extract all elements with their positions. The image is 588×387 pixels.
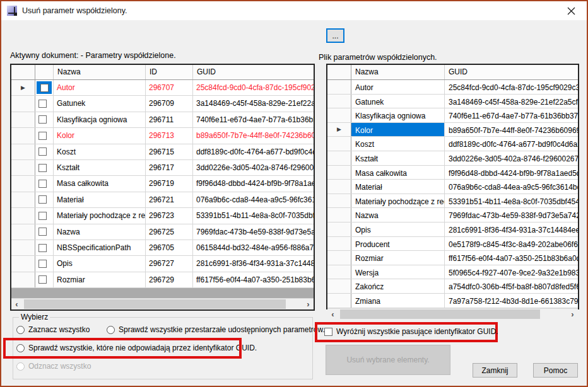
cell-guid: 7a97a758-f212-4b3d-8d1e-661383c79e4d	[445, 294, 578, 308]
left-header-rowheader	[11, 65, 35, 79]
table-row[interactable]: Zmiana7a97a758-f212-4b3d-8d1e-661383c79e…	[327, 294, 578, 308]
row-header-cell	[327, 294, 351, 308]
scroll-right-icon[interactable]: ›	[567, 309, 578, 320]
table-row[interactable]: Koszt296715ddf8189c-d0fc-4764-a677-bd9f0…	[11, 144, 314, 160]
row-checkbox[interactable]	[38, 244, 47, 252]
row-checkbox[interactable]	[38, 228, 47, 236]
row-header-cell	[11, 112, 35, 127]
row-checkbox[interactable]	[38, 100, 47, 108]
table-row[interactable]: NBSSpecificationPath2967050615844d-bd32-…	[11, 240, 314, 256]
table-row[interactable]: Zakończa754dfc0-306b-4f5f-ba8f-b807d8fed…	[327, 279, 578, 294]
browse-file-button[interactable]: ...	[326, 28, 344, 43]
table-row[interactable]: Producent0e5178f9-c845-4f3c-8a49-202abe0…	[327, 237, 578, 251]
row-checkbox[interactable]	[38, 164, 47, 172]
scrollbar-thumb[interactable]	[340, 309, 540, 319]
table-row[interactable]: Opis296727281c6991-8f36-4f34-931a-37c144…	[11, 256, 314, 272]
cell-name: Masa całkowita	[54, 176, 146, 191]
cell-guid: 740f6e11-e67d-4ae7-b77a-61b36bb37...	[193, 112, 314, 127]
highlight-guid-checkbox-label: Wyróżnij wszystkie pasujące identyfikato…	[336, 327, 498, 336]
left-grid-hscrollbar[interactable]: ‹ ›	[11, 298, 314, 309]
row-checkbox[interactable]	[38, 212, 47, 220]
row-header-cell	[327, 251, 351, 265]
table-row[interactable]: Gatunek2967093a148469-c45f-458a-829e-21e…	[11, 96, 314, 112]
cell-id: 296715	[146, 144, 193, 159]
highlight-guid-checkbox[interactable]	[324, 328, 332, 336]
left-header-id[interactable]: ID	[146, 65, 193, 79]
table-row[interactable]: ▶Kolorb89a650f-7b7e-44ff-8e0f-74236b6096…	[327, 123, 578, 137]
scroll-left-icon[interactable]: ‹	[327, 309, 338, 320]
checkbox-cell	[35, 192, 54, 207]
cell-name: NBSSpecificationPath	[54, 240, 146, 255]
table-row[interactable]: Autor25c84fcd-9cd0-4cfa-87dc-195cf9029c3…	[327, 80, 578, 95]
table-row[interactable]: Gatunek3a148469-c45f-458a-829e-21ef22a5c…	[327, 95, 578, 109]
row-checkbox[interactable]	[38, 180, 47, 188]
table-row[interactable]: Rozmiar296729ff617f56-e0f4-4a07-a350-251…	[11, 272, 314, 288]
table-row[interactable]: Kształt3dd0226e-3d05-402a-8746-f29600267…	[327, 151, 578, 166]
table-row[interactable]: Kształt2967173dd0226e-3d05-402a-8746-f29…	[11, 160, 314, 176]
table-row[interactable]: ▶Autor29670725c84fcd-9cd0-4cfa-87dc-195c…	[11, 80, 314, 96]
left-header-checkbox	[35, 65, 54, 79]
row-checkbox[interactable]	[38, 115, 47, 124]
table-row[interactable]: Materiał076a9b6c-cda8-44ea-a9c5-96fc3614…	[327, 180, 578, 194]
checkbox-cell	[35, 144, 54, 159]
cell-guid: 3a148469-c45f-458a-829e-21ef22a5cf2f	[193, 96, 314, 111]
scrollbar-thumb[interactable]	[24, 299, 286, 309]
table-row[interactable]: Masa całkowita296719f9f96d48-dbbd-4424-b…	[11, 176, 314, 192]
table-row[interactable]: Opis281c6991-8f36-4f34-931a-37c14484ee7d	[327, 222, 578, 237]
help-button[interactable]: Pomoc	[533, 363, 578, 378]
row-header-cell: ▶	[11, 80, 35, 95]
cell-name: Autor	[351, 80, 445, 94]
current-cell-highlight	[37, 81, 52, 94]
right-grid-hscrollbar[interactable]: ‹ ›	[327, 308, 578, 320]
table-row[interactable]: Klasyfikacja ogniowa296711740f6e11-e67d-…	[11, 112, 314, 128]
row-header-cell	[11, 208, 35, 223]
table-row[interactable]: Nazwa7969fdac-473b-4e59-838f-9d73e5a7429…	[327, 208, 578, 222]
table-row[interactable]: Masa całkowitaf9f96d48-dbbd-4424-bf9b-9f…	[327, 166, 578, 180]
cell-name: Zmiana	[351, 294, 445, 308]
cell-guid: 7969fdac-473b-4e59-838f-9d73e5a74295	[445, 208, 578, 222]
row-checkbox[interactable]	[38, 260, 47, 268]
right-header-guid[interactable]: GUID	[445, 65, 578, 79]
radio-option[interactable]: Sprawdź wszystkie przestarzałe udostępni…	[107, 325, 325, 334]
cell-guid: 25c84fcd-9cd0-4cfa-87dc-195cf9029c30	[445, 80, 578, 94]
checkbox-cell	[35, 128, 54, 143]
cell-name: Gatunek	[351, 95, 445, 108]
cell-guid: a754dfc0-306b-4f5f-ba8f-b807d8fed5f6	[445, 279, 578, 293]
cell-guid: 281c6991-8f36-4f34-931a-37c14484e...	[193, 256, 314, 271]
left-header-guid[interactable]: GUID	[193, 65, 314, 79]
cell-guid: 740f6e11-e67d-4ae7-b77a-61b36bb37bde	[445, 108, 578, 122]
table-row[interactable]: Nazwa2967257969fdac-473b-4e59-838f-9d73e…	[11, 224, 314, 240]
table-row[interactable]: Materiały pochodzące z rec...53391b51-4b…	[327, 194, 578, 209]
table-row[interactable]: Rozmiarff617f56-e0f4-4a07-a350-251b83b6a…	[327, 251, 578, 265]
table-row[interactable]: Kosztddf8189c-d0fc-4764-a677-bd9f0c4d6a2…	[327, 137, 578, 151]
row-checkbox[interactable]	[38, 147, 47, 156]
left-header-nazwa[interactable]: Nazwa	[54, 65, 146, 79]
active-document-grid: Nazwa ID GUID ▶Autor29670725c84fcd-9cd0-…	[10, 64, 315, 311]
scroll-left-icon[interactable]: ‹	[11, 299, 22, 309]
scroll-right-icon[interactable]: ›	[303, 299, 314, 309]
table-row[interactable]: Wersja5f0965c4-f927-407e-9ce2-9a32e1b983…	[327, 265, 578, 280]
radio-option[interactable]: Zaznacz wszystko	[16, 325, 90, 334]
highlight-guid-checkbox-row[interactable]: Wyróżnij wszystkie pasujące identyfikato…	[324, 327, 498, 336]
table-row[interactable]: Klasyfikacja ogniowa740f6e11-e67d-4ae7-b…	[327, 108, 578, 123]
checkbox-cell	[35, 160, 54, 175]
table-row[interactable]: Materiały pochodzące z rec...29672353391…	[11, 208, 314, 224]
row-checkbox[interactable]	[38, 195, 47, 204]
cell-id: 296723	[146, 208, 193, 223]
table-row[interactable]: Kolor296713b89a650f-7b7e-44ff-8e0f-74236…	[11, 128, 314, 144]
cell-id: 296721	[146, 192, 193, 207]
close-icon[interactable]	[562, 4, 580, 18]
row-header-cell	[327, 237, 351, 251]
right-header-nazwa[interactable]: Nazwa	[351, 65, 445, 79]
cell-guid: f9f96d48-dbbd-4424-bf9b-9f78a1aed5d0	[193, 176, 314, 191]
row-checkbox[interactable]	[40, 84, 49, 92]
cell-name: Klasyfikacja ogniowa	[54, 112, 146, 127]
radio-label: Zaznacz wszystko	[28, 325, 90, 334]
radio-option[interactable]: Sprawdź wszystkie, które nie odpowiadają…	[16, 344, 257, 352]
row-checkbox[interactable]	[38, 132, 47, 140]
cell-name: Kształt	[351, 151, 445, 165]
left-grid-body: ▶Autor29670725c84fcd-9cd0-4cfa-87dc-195c…	[11, 80, 314, 288]
close-dialog-button[interactable]: Zamknij	[473, 363, 517, 378]
row-checkbox[interactable]	[38, 275, 47, 284]
table-row[interactable]: Materiał296721076a9b6c-cda8-44ea-a9c5-96…	[11, 192, 314, 208]
